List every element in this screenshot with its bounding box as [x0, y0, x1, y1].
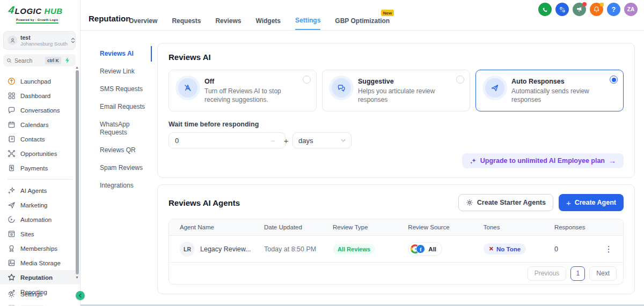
subnav-item-integrations[interactable]: Integrations [80, 177, 157, 195]
upgrade-plan-button[interactable]: Upgrade to unlimited AI Employee plan → [462, 153, 624, 168]
sidebar-item-calendars[interactable]: Calendars [0, 117, 80, 132]
wait-time-input[interactable] [175, 137, 269, 145]
sidebar-settings-container: Settings [0, 287, 80, 302]
sidebar-item-conversations[interactable]: Conversations [0, 103, 80, 117]
wait-time-controls: − + days [169, 132, 624, 148]
avatar-initials: ZA [627, 6, 634, 12]
phone-button[interactable] [538, 3, 552, 16]
agents-title: Reviews AI Agents [169, 198, 458, 207]
scroll-up-icon[interactable]: ▲ [75, 65, 79, 69]
sidebar-item-label: Automation [20, 217, 52, 223]
sidebar-item-payments[interactable]: Payments [0, 161, 80, 175]
sidebar-item-label: Media Storage [20, 260, 61, 267]
partial-icon [8, 302, 16, 306]
option-desc: Automatically sends review responses [511, 87, 616, 104]
reviews-ai-title: Reviews AI [169, 53, 624, 62]
option-auto-responses[interactable]: Auto Responses Automatically sends revie… [475, 70, 624, 111]
phone-icon [542, 6, 548, 13]
table-row[interactable]: LR Legacy Review... Today at 8:50 PM All… [169, 236, 623, 262]
sidebar-item-settings[interactable]: Settings [0, 287, 80, 302]
account-switcher[interactable]: test Johannesburg South [3, 31, 76, 50]
subnav-item-whatsapp-requests[interactable]: WhatsApp Requests [80, 116, 140, 141]
row-menu-button[interactable]: ⋮ [601, 244, 617, 254]
sidebar-item-label: AI Agents [20, 188, 47, 195]
reviews-ai-agents-card: Reviews AI Agents Create Starter Agents … [157, 184, 635, 294]
sidebar-item-reputation[interactable]: Reputation [0, 270, 80, 285]
sidebar-item-media-storage[interactable]: Media Storage [0, 256, 80, 270]
gear-icon [8, 290, 16, 298]
reviews-ai-options: Off Turn off Reviews AI to stop receivin… [169, 70, 624, 111]
scroll-down-icon[interactable]: ▼ [75, 275, 79, 279]
apps-button[interactable] [555, 3, 569, 16]
ai-agents-icon [8, 186, 16, 195]
subnav-item-spam-reviews[interactable]: Spam Reviews [80, 159, 157, 177]
bell-badge [600, 3, 604, 6]
agent-avatar: LR [180, 242, 195, 257]
send-icon [485, 78, 504, 98]
global-search[interactable]: ctrl K [3, 54, 76, 66]
chat-icon [8, 106, 16, 114]
scrollbar-thumb[interactable] [76, 70, 79, 274]
opportunities-icon [8, 150, 16, 158]
increment-button[interactable]: + [283, 136, 290, 145]
sidebar-item-opportunities[interactable]: Opportunities [0, 146, 80, 161]
subnav-item-email-requests[interactable]: Email Requests [80, 98, 157, 116]
option-suggestive[interactable]: Suggestive Helps you articulate review r… [322, 70, 470, 111]
sidebar-divider [8, 179, 72, 180]
tab-settings[interactable]: Settings [295, 12, 320, 30]
create-agent-button[interactable]: + Create Agent [559, 194, 624, 211]
subnav-item-reviews-ai[interactable]: Reviews AI [80, 45, 157, 63]
option-auto-radio[interactable] [610, 76, 618, 84]
page-number-button[interactable]: 1 [570, 266, 585, 281]
contacts-icon [8, 135, 16, 143]
subnav-item-review-link[interactable]: Review Link [80, 63, 157, 80]
review-type-badge: All Reviews [333, 244, 375, 255]
sidebar-item-sites[interactable]: Sites [0, 227, 80, 241]
topbar-actions: ? ZA [538, 3, 638, 16]
wait-time-stepper: − + [169, 132, 286, 148]
wait-unit-select[interactable]: days [292, 132, 352, 148]
x-icon: ✕ [489, 245, 494, 252]
search-icon [6, 58, 12, 63]
tab-requests[interactable]: Requests [172, 12, 201, 30]
sidebar-scrollbar[interactable]: ▲ ▼ [75, 65, 79, 279]
subnav-item-reviews-qr[interactable]: Reviews QR [80, 141, 157, 159]
col-agent-name: Agent Name [180, 224, 264, 230]
next-page-button[interactable]: Next [589, 266, 617, 281]
sidebar-item-automation[interactable]: Automation [0, 212, 80, 227]
brand-name-logic: LOGIC [15, 7, 42, 15]
subnav-item-sms-requests[interactable]: SMS Requests [80, 80, 157, 98]
col-date-updated: Date Updated [264, 224, 333, 230]
announcements-button[interactable] [573, 3, 586, 16]
user-avatar[interactable]: ZA [624, 3, 638, 16]
help-button[interactable]: ? [607, 3, 620, 16]
sidebar-item-marketing[interactable]: Marketing [0, 198, 80, 212]
option-title: Off [204, 78, 309, 85]
tab-gbp-optimization[interactable]: GBP Optimization New [335, 12, 390, 30]
option-off-radio[interactable] [303, 76, 311, 84]
notifications-button[interactable] [590, 3, 603, 16]
previous-page-button[interactable]: Previous [528, 266, 567, 281]
sparkle-icon [470, 158, 477, 165]
sidebar-item-launchpad[interactable]: Launchpad [0, 74, 80, 88]
left-sidebar: 4 LOGIC HUB Powered by : Growth Logic te… [0, 0, 80, 306]
create-starter-agents-button[interactable]: Create Starter Agents [458, 194, 553, 211]
tab-overview[interactable]: Overview [129, 12, 157, 30]
plus-icon: + [566, 198, 571, 207]
dashboard-icon [8, 92, 16, 100]
sidebar-item-memberships[interactable]: Memberships [0, 241, 80, 256]
sidebar-item-label: Sites [20, 231, 34, 238]
search-input[interactable] [14, 57, 42, 64]
option-suggestive-radio[interactable] [456, 76, 464, 84]
sidebar-item-label: Marketing [20, 202, 48, 209]
decrement-button[interactable]: − [269, 136, 276, 145]
page-title: Reputation [89, 14, 130, 23]
sidebar-collapse-button[interactable] [76, 291, 85, 300]
sidebar-item-ai-agents[interactable]: AI Agents [0, 183, 80, 198]
sidebar-item-contacts[interactable]: Contacts [0, 132, 80, 146]
automation-icon [8, 215, 16, 223]
tab-widgets[interactable]: Widgets [255, 12, 281, 30]
tab-reviews[interactable]: Reviews [215, 12, 241, 30]
option-off[interactable]: Off Turn off Reviews AI to stop receivin… [169, 70, 317, 111]
sidebar-item-dashboard[interactable]: Dashboard [0, 88, 80, 103]
